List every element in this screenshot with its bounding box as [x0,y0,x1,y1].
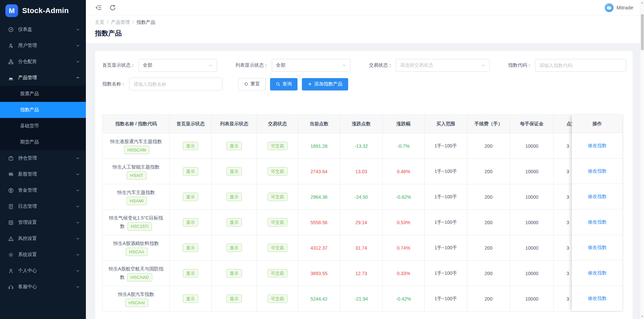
index-name: 恒生A股酒精饮料指数 [113,241,159,246]
page-head: 主页/产品管理/指数产品 指数产品 [86,15,644,43]
filter-row-2: 指数名称： 重置 查询 添加指数产品 [102,78,626,90]
sidebar-item-base-currency[interactable]: 基础货币 [0,118,86,134]
current-points: 1891.28 [311,143,328,149]
sidebar-item-user-management[interactable]: 用户管理 [0,38,86,54]
app-logo-icon: M [5,4,18,17]
breadcrumb-section[interactable]: 产品管理 [111,19,130,25]
sidebar-item-support-center[interactable]: 客服中心 [0,279,86,295]
col-header-home-status: 首页显示状态 [170,115,212,133]
table-row: 恒生A股航空航天与国防指数 HSCAAD 显示 显示 可交易 3893.55 1… [103,261,623,286]
chevron-down-icon [76,237,80,241]
list-status-badge: 显示 [226,269,242,277]
risk-warning-icon [8,236,14,242]
sidebar-item-index-products[interactable]: 指数产品 [0,102,86,118]
change-points: 12.73 [355,271,367,276]
list-status-badge: 显示 [226,244,242,252]
chevron-down-icon [76,253,80,257]
sidebar-item-warehouse-allocation[interactable]: 分仓配资 [0,54,86,70]
operation-cell: 修改指数 [572,209,623,235]
list-status-badge: 显示 [226,167,242,176]
scrollbar-thumb[interactable] [641,14,644,50]
index-code-tag: HSAMI [126,197,147,205]
sidebar-item-ipo-management[interactable]: 新股管理 [0,166,86,182]
index-code-label: 指数代码： [508,62,532,68]
margin-per-lot: 10000 [510,159,554,184]
add-index-product-button[interactable]: 添加指数产品 [302,78,348,90]
chevron-down-icon [76,60,80,64]
chevron-up-icon [76,76,80,80]
filter-table-card: 首页显示状态： 全部 列表显示状态： 全部 [95,51,633,319]
sidebar-item-funds-management[interactable]: 资金管理 [0,182,86,198]
current-points: 2743.64 [311,169,328,174]
trade-status-select[interactable]: 请选择交易状态 [396,59,490,72]
table-row: 恒生A股酒精饮料指数 HSCAA 显示 显示 可交易 4312.37 31.74… [103,235,623,261]
user-menu[interactable]: Mitrade [605,3,633,12]
scrollbar-down-arrow[interactable]: ▼ [640,315,644,318]
refresh-icon[interactable] [109,4,116,11]
edit-index-link[interactable]: 修改指数 [588,194,607,200]
sidebar-item-admin-settings[interactable]: 管理设置 [0,214,86,231]
breadcrumb-home[interactable]: 主页 [95,19,104,25]
chevron-down-icon [76,172,80,176]
col-header-trade-status: 交易状态 [257,115,298,133]
index-code-input[interactable] [535,59,626,72]
index-code-tag: HSCAAI [125,299,148,307]
edit-index-link[interactable]: 修改指数 [588,296,607,302]
index-name-input[interactable] [129,78,222,90]
edit-index-link[interactable]: 修改指数 [588,168,607,174]
sidebar-item-dashboard[interactable]: 仪表盘 [0,21,86,38]
change-percent: 0.53% [397,220,410,225]
sidebar-item-log-management[interactable]: 日志管理 [0,198,86,214]
avatar [605,3,613,12]
breadcrumb-current: 指数产品 [137,19,155,25]
person-icon [8,268,14,274]
sidebar-item-profile-center[interactable]: 个人中心 [0,263,86,279]
edit-index-link[interactable]: 修改指数 [588,270,607,276]
trade-status-badge: 可交易 [268,269,287,277]
topbar: Mitrade [86,0,644,15]
app-title: Stock-Admin [22,6,69,15]
index-code-tag: HSCAAD [127,273,152,281]
edit-index-link[interactable]: 修改指数 [588,143,607,149]
search-button[interactable]: 查询 [270,78,298,90]
list-status-badge: 显示 [226,142,242,150]
current-points: 5244.42 [311,296,328,302]
gear-icon [8,252,14,258]
dashboard-icon [8,27,14,33]
chevron-down-icon [342,63,346,67]
sidebar-item-position-management[interactable]: 持仓管理 [0,150,86,166]
sidebar-item-stock-products[interactable]: 股票产品 [0,86,86,102]
chevron-down-icon [76,27,80,31]
sidebar-item-risk-settings[interactable]: 风控设置 [0,231,86,247]
home-status-select[interactable]: 全部 [139,59,217,72]
app-logo[interactable]: M Stock-Admin [0,0,86,21]
breadcrumb: 主页/产品管理/指数产品 [95,19,635,25]
list-status-badge: 显示 [226,193,242,201]
margin-per-lot: 10000 [510,184,554,210]
edit-index-link[interactable]: 修改指数 [588,219,607,225]
reset-button[interactable]: 重置 [238,78,266,90]
chevron-down-icon [481,63,485,67]
col-header-change-points: 涨跌点数 [340,115,383,133]
edit-index-link[interactable]: 修改指数 [588,245,607,251]
trade-status-label: 交易状态： [369,62,392,68]
change-points: -13.32 [355,143,368,149]
change-percent: 0.33% [397,271,410,276]
chevron-down-icon [209,63,213,67]
chevron-down-icon [76,220,80,225]
sidebar-item-system-settings[interactable]: 系统设置 [0,247,86,263]
operation-cell: 修改指数 [572,286,623,311]
margin-per-lot: 10000 [510,261,554,286]
buy-range: 1手~100手 [425,235,467,261]
menu-fold-icon[interactable] [95,4,102,11]
page-scrollbar[interactable]: ▲ ▼ [640,0,644,319]
table-header-row: 指数名称 / 指数代码 首页显示状态 列表显示状态 交易状态 当前点数 涨跌点数… [103,115,623,133]
home-status-label: 首页显示状态： [102,62,135,68]
col-header-margin: 每手保证金 [510,115,554,133]
sidebar-item-product-management[interactable]: 产品管理 [0,70,86,86]
sidebar-item-futures-products[interactable]: 期货产品 [0,134,86,150]
list-status-select[interactable]: 全部 [272,59,351,72]
margin-per-lot: 10000 [510,286,554,312]
scrollbar-up-arrow[interactable]: ▲ [640,1,644,4]
list-status-badge: 显示 [226,218,242,227]
